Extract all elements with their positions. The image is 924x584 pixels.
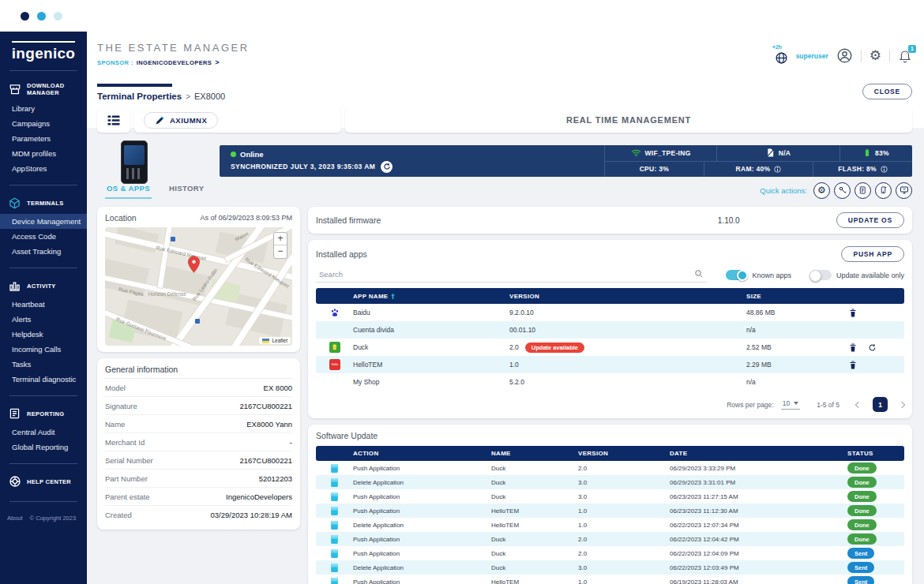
update-date: 06/29/2023 3:31:01 PM — [670, 479, 847, 486]
version-text: 9.2.0.10 — [509, 309, 534, 316]
known-apps-toggle[interactable] — [726, 270, 747, 280]
refresh-icon[interactable] — [868, 343, 877, 352]
sidebar-item-mdm-profiles[interactable]: MDM profiles — [0, 146, 87, 161]
trash-icon[interactable] — [849, 361, 857, 369]
current-page-button[interactable]: 1 — [873, 397, 888, 412]
username[interactable]: superuser — [796, 52, 828, 60]
app-version: 9.2.0.10 — [509, 309, 746, 316]
update-app-name: Duck — [491, 536, 578, 543]
sidebar-item-asset-tracking[interactable]: Asset Tracking — [0, 244, 87, 259]
tab-axiumnx[interactable]: AXIUMNX — [144, 112, 218, 129]
breadcrumb-section[interactable]: Terminal Properties — [97, 92, 182, 101]
update-action: Push Application — [353, 465, 491, 472]
sidebar-item-library[interactable]: Library — [0, 101, 87, 116]
rows-per-page-select[interactable]: 10 — [781, 399, 800, 410]
location-map[interactable]: Rue Edouard Nieuport Rue Pagès Rue Ledru… — [105, 227, 292, 346]
next-page-icon[interactable] — [899, 401, 905, 407]
window-dot — [21, 12, 29, 21]
app-version: 00.01.10 — [509, 326, 746, 334]
hellotem-app-icon: Hello — [329, 359, 340, 370]
sidebar-item-terminal-diagnostic[interactable]: Terminal diagnostic — [0, 372, 87, 387]
sidebar-item-access-code[interactable]: Access Code — [0, 229, 87, 244]
terminal-list-button[interactable] — [97, 107, 130, 133]
update-action: Push Application — [353, 493, 491, 500]
device-status-bar: Online SYNCHRONIZED JULY 3, 2023 9:35:03… — [220, 145, 912, 177]
window-titlebar — [0, 0, 924, 32]
sidebar-item-campaigns[interactable]: Campaigns — [0, 116, 87, 131]
map-pin-icon — [187, 256, 201, 274]
sidebar-item-heartbeat[interactable]: Heartbeat — [0, 297, 87, 312]
sidebar-item-helpdesk[interactable]: Helpdesk — [0, 327, 87, 342]
sidebar-item-device-management[interactable]: Device Management — [0, 214, 87, 229]
section-label: TERMINALS — [27, 200, 63, 207]
online-status-label: Online — [240, 150, 264, 159]
sidebar-item-central-audit[interactable]: Central Audit — [0, 425, 87, 440]
app-version: 1.0 — [509, 361, 746, 369]
info-label: Parent estate — [105, 492, 150, 501]
update-date: 06/19/2023 11:28:03 AM — [670, 578, 847, 584]
tab-history[interactable]: HISTORY — [167, 182, 206, 199]
status-badge: Sent — [847, 576, 874, 584]
device-icon[interactable] — [875, 182, 892, 199]
update-action: Push Application — [353, 507, 491, 515]
sidebar-item-appstores[interactable]: AppStores — [0, 161, 87, 176]
column-version[interactable]: VERSION — [509, 293, 746, 300]
trash-icon[interactable] — [849, 309, 857, 317]
user-profile-icon[interactable] — [836, 47, 853, 64]
software-update-row: Delete ApplicationDuck3.006/29/2023 3:31… — [316, 475, 904, 489]
update-status: Sent — [847, 576, 904, 584]
notifications-bell-icon[interactable]: 1 — [898, 49, 912, 63]
zoom-out-button[interactable]: − — [274, 245, 287, 258]
update-action: Push Application — [353, 536, 491, 543]
location-card: Location As of 06/29/2023 8:09:53 PM Rue… — [97, 207, 300, 352]
search-input[interactable] — [319, 270, 694, 279]
timezone-offset: +2h — [772, 44, 782, 50]
info-row-merchant-id: Merchant Id- — [105, 433, 292, 451]
window-dot — [54, 12, 62, 21]
trash-icon[interactable] — [849, 343, 857, 352]
key-icon[interactable] — [834, 182, 851, 199]
section-label: DOWNLOAD MANAGER — [27, 82, 82, 97]
column-name: NAME — [491, 450, 578, 457]
app-version: 2.0Update available — [509, 343, 746, 353]
file-icon[interactable] — [855, 182, 871, 199]
sidebar-item-tasks[interactable]: Tasks — [0, 357, 87, 372]
synchronized-label: SYNCHRONIZED JULY 3, 2023 9:35:03 AM — [231, 163, 375, 170]
app-package-icon — [316, 492, 353, 502]
app-size: 2.52 MB — [746, 343, 849, 351]
column-size[interactable]: SIZE — [746, 293, 849, 300]
screen-icon[interactable] — [896, 182, 912, 199]
divider — [9, 395, 77, 396]
update-version: 2.0 — [578, 536, 670, 543]
timezone-globe-icon[interactable]: +2h — [775, 47, 788, 65]
column-app-name[interactable]: APP NAME — [353, 293, 509, 300]
close-button[interactable]: CLOSE — [862, 84, 912, 99]
prev-page-icon[interactable] — [855, 401, 862, 407]
update-available-toggle[interactable] — [810, 270, 832, 280]
update-date: 06/22/2023 12:04:09 PM — [670, 550, 847, 557]
gear-icon[interactable]: ⚙ — [813, 182, 830, 199]
sidebar-item-parameters[interactable]: Parameters — [0, 131, 87, 146]
tab-os-apps[interactable]: OS & APPS — [105, 182, 152, 199]
status-badge: Done — [847, 519, 877, 530]
sync-refresh-icon[interactable] — [381, 161, 393, 173]
wifi-status: WIF_TPE-ING — [604, 145, 716, 161]
zoom-in-button[interactable]: + — [274, 233, 287, 245]
settings-gear-icon[interactable]: ⚙ — [870, 49, 881, 62]
general-info-title: General information — [105, 365, 292, 379]
rows-per-page-label: Rows per page: — [727, 401, 774, 409]
update-os-button[interactable]: UPDATE OS — [836, 212, 904, 228]
sidebar-item-incoming-calls[interactable]: Incoming Calls — [0, 342, 87, 357]
update-app-name: Duck — [491, 550, 578, 557]
map-attribution: Leaflet — [259, 337, 291, 344]
push-app-button[interactable]: PUSH APP — [841, 246, 904, 262]
sidebar-item-global-reporting[interactable]: Global Reporting — [0, 440, 87, 455]
sponsor-value[interactable]: INGENICODEVELOPERS — [137, 59, 212, 66]
sidebar-section-download-manager: DOWNLOAD MANAGERLibraryCampaignsParamete… — [0, 77, 87, 179]
update-version: 3.0 — [578, 479, 670, 486]
about-link[interactable]: About — [7, 515, 23, 522]
update-action: Delete Application — [353, 522, 491, 529]
cube-icon — [7, 197, 22, 210]
sidebar-item-alerts[interactable]: Alerts — [0, 312, 87, 327]
battery-status: 83% — [839, 145, 912, 161]
